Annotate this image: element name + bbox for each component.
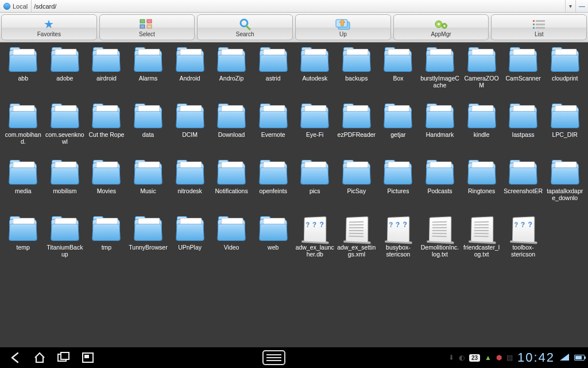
folder-item[interactable]: Music bbox=[127, 159, 169, 214]
folder-item[interactable]: com.sevenknowl bbox=[44, 102, 86, 158]
file-item[interactable]: DemolitionInc.log.txt bbox=[419, 215, 461, 270]
folder-item[interactable]: Notifications bbox=[211, 159, 253, 214]
folder-item[interactable]: backups bbox=[336, 46, 378, 101]
folder-item[interactable]: Download bbox=[211, 102, 253, 158]
folder-item[interactable]: Podcasts bbox=[419, 159, 461, 214]
file-item[interactable]: ? ? ?adw_ex_launcher.db bbox=[294, 215, 336, 270]
folder-item[interactable]: UPnPlay bbox=[169, 215, 211, 270]
folder-item[interactable]: CamScanner bbox=[502, 46, 544, 101]
file-item[interactable]: adw_ex_settings.xml bbox=[336, 215, 378, 270]
folder-icon bbox=[49, 216, 81, 243]
item-label: burstlyImageCache bbox=[420, 75, 459, 89]
folder-item[interactable]: lastpass bbox=[502, 102, 544, 158]
folder-item[interactable]: AndroZip bbox=[211, 46, 253, 101]
item-label: Autodesk bbox=[295, 75, 334, 82]
minimize-button[interactable]: — bbox=[575, 0, 588, 12]
item-label: DemolitionInc.log.txt bbox=[420, 244, 459, 258]
folder-item[interactable]: adobe bbox=[44, 46, 86, 101]
folder-item[interactable]: com.mobihand. bbox=[2, 102, 44, 158]
folder-item[interactable]: tmp bbox=[86, 215, 127, 270]
item-label: friendcaster_log.txt bbox=[462, 244, 501, 258]
folder-icon bbox=[507, 160, 539, 186]
item-label: PicSay bbox=[337, 187, 376, 194]
keyboard-button[interactable] bbox=[262, 347, 286, 368]
folder-item[interactable]: tapatalkxdapre_downlo bbox=[544, 159, 586, 214]
folder-item[interactable]: pics bbox=[294, 159, 336, 214]
folder-item[interactable]: kindle bbox=[461, 102, 502, 158]
folder-item[interactable]: ezPDFReader bbox=[336, 102, 378, 158]
svg-rect-1 bbox=[147, 20, 152, 23]
path-dropdown-button[interactable]: ▾ bbox=[565, 0, 575, 12]
folder-icon bbox=[341, 160, 373, 186]
item-label: openfeints bbox=[254, 187, 293, 194]
folder-item[interactable]: DCIM bbox=[169, 102, 211, 158]
up-button[interactable]: Up bbox=[295, 14, 391, 40]
item-label: Podcasts bbox=[420, 187, 459, 194]
folder-icon bbox=[49, 160, 81, 186]
file-item[interactable]: ? ? ?toolbox-stericson bbox=[502, 215, 544, 270]
folder-item[interactable]: Evernote bbox=[252, 102, 294, 158]
back-button[interactable] bbox=[3, 347, 28, 368]
folder-item[interactable]: mobilism bbox=[44, 159, 86, 214]
folder-item[interactable]: TitaniumBackup bbox=[44, 215, 86, 270]
home-button[interactable] bbox=[28, 347, 52, 368]
recent-apps-button[interactable] bbox=[52, 347, 76, 368]
svg-line-5 bbox=[246, 26, 250, 29]
battery-icon bbox=[574, 355, 585, 361]
folder-item[interactable]: Eye-Fi bbox=[294, 102, 336, 158]
screenshot-button[interactable] bbox=[76, 347, 100, 368]
download-icon: ⬇ bbox=[448, 354, 454, 362]
folder-item[interactable]: Alarms bbox=[127, 46, 169, 101]
folder-item[interactable]: openfeints bbox=[252, 159, 294, 214]
folder-item[interactable]: nitrodesk bbox=[169, 159, 211, 214]
item-label: LPC_DIR bbox=[546, 131, 585, 138]
select-label: Select bbox=[139, 31, 155, 37]
folder-item[interactable]: abb bbox=[2, 46, 44, 101]
path-local-indicator[interactable]: Local bbox=[0, 0, 32, 12]
search-button[interactable]: Search bbox=[197, 14, 293, 40]
file-item[interactable]: ? ? ?busybox-stericson bbox=[377, 215, 419, 270]
folder-icon bbox=[424, 103, 456, 130]
select-button[interactable]: Select bbox=[99, 14, 195, 40]
folder-item[interactable]: LPC_DIR bbox=[544, 102, 586, 158]
folder-icon bbox=[382, 103, 414, 130]
favorites-button[interactable]: ★ Favorites bbox=[1, 14, 97, 40]
svg-rect-15 bbox=[536, 24, 545, 25]
item-label: astrid bbox=[254, 75, 293, 82]
folder-item[interactable]: PicSay bbox=[336, 159, 378, 214]
folder-item[interactable]: airdroid bbox=[86, 46, 127, 101]
folder-item[interactable]: ScreenshotER bbox=[502, 159, 544, 214]
folder-item[interactable]: Movies bbox=[86, 159, 127, 214]
folder-item[interactable]: Video bbox=[211, 215, 253, 270]
folder-item[interactable]: media bbox=[2, 159, 44, 214]
folder-item[interactable]: TunnyBrowser bbox=[127, 215, 169, 270]
path-input[interactable] bbox=[32, 0, 565, 12]
appmgr-button[interactable]: AppMgr bbox=[393, 14, 489, 40]
folder-item[interactable]: web bbox=[252, 215, 294, 270]
folder-item[interactable]: Handmark bbox=[419, 102, 461, 158]
folder-item[interactable]: Autodesk bbox=[294, 46, 336, 101]
folder-item[interactable]: Android bbox=[169, 46, 211, 101]
search-icon bbox=[238, 18, 252, 30]
folder-item[interactable]: temp bbox=[2, 215, 44, 270]
path-bar: Local ▾ — bbox=[0, 0, 588, 13]
folder-item[interactable]: Box bbox=[377, 46, 419, 101]
svg-rect-3 bbox=[147, 25, 152, 28]
item-label: tmp bbox=[87, 244, 126, 251]
file-item[interactable]: friendcaster_log.txt bbox=[461, 215, 502, 270]
folder-item[interactable]: Cut the Rope bbox=[86, 102, 127, 158]
folder-item[interactable]: Pictures bbox=[377, 159, 419, 214]
item-label: Cut the Rope bbox=[87, 131, 126, 138]
file-grid-area[interactable]: abbadobeairdroidAlarmsAndroidAndroZipast… bbox=[0, 43, 588, 347]
folder-item[interactable]: burstlyImageCache bbox=[419, 46, 461, 101]
folder-item[interactable]: astrid bbox=[252, 46, 294, 101]
folder-item[interactable]: data bbox=[127, 102, 169, 158]
folder-item[interactable]: Ringtones bbox=[461, 159, 502, 214]
folder-item[interactable]: CameraZOOM bbox=[461, 46, 502, 101]
folder-item[interactable]: getjar bbox=[377, 102, 419, 158]
system-tray[interactable]: ⬇ ◐ 23 ▲ ⬢ ▤ 10:42 bbox=[448, 350, 585, 365]
list-button[interactable]: List bbox=[491, 14, 587, 40]
folder-icon bbox=[90, 216, 122, 243]
folder-item[interactable]: cloudprint bbox=[544, 46, 586, 101]
folder-icon bbox=[257, 47, 289, 74]
